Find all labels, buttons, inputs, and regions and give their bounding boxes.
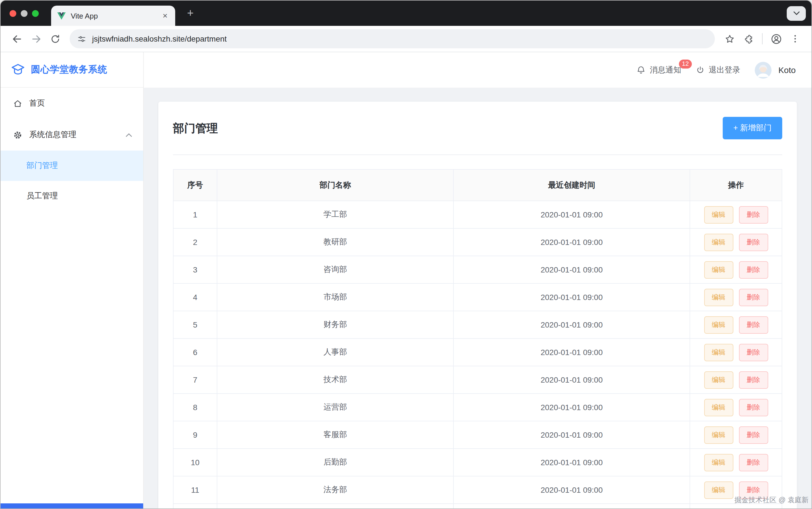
- reload-button[interactable]: [47, 30, 64, 47]
- edit-button[interactable]: 编辑: [704, 289, 733, 306]
- delete-button[interactable]: 删除: [739, 371, 768, 388]
- cell-actions: 编辑删除: [690, 449, 782, 476]
- delete-button[interactable]: 删除: [739, 206, 768, 223]
- table-row: 8运营部2020-01-01 09:00编辑删除: [173, 394, 782, 421]
- cell-name: 运营部: [217, 394, 454, 421]
- back-button[interactable]: [8, 30, 25, 47]
- sidebar-item-label: 系统信息管理: [29, 130, 119, 140]
- notification-badge: 12: [679, 59, 692, 68]
- tab-title: Vite App: [71, 11, 160, 20]
- sidebar-menu: 首页 系统信息管理 部门管理: [1, 88, 143, 211]
- logout-label: 退出登录: [709, 65, 740, 75]
- edit-button[interactable]: 编辑: [704, 233, 733, 251]
- cell-no: 9: [173, 421, 217, 449]
- cell-name: 人事部: [217, 338, 454, 366]
- new-tab-button[interactable]: +: [183, 6, 198, 21]
- edit-button[interactable]: 编辑: [704, 206, 733, 223]
- browser-menu-icon[interactable]: [787, 30, 804, 47]
- cell-name: 法务部: [217, 476, 454, 504]
- cell-time: 2020-01-01 09:00: [454, 201, 690, 228]
- close-window-button[interactable]: [9, 10, 16, 16]
- edit-button[interactable]: 编辑: [704, 481, 733, 499]
- column-header: 操作: [690, 169, 782, 201]
- cell-name: 后勤部: [217, 449, 454, 476]
- page-title: 部门管理: [173, 121, 218, 136]
- delete-button[interactable]: 删除: [739, 454, 768, 471]
- bell-icon: [636, 65, 646, 75]
- table-row: 4市场部2020-01-01 09:00编辑删除: [173, 283, 782, 311]
- table-row: 2教研部2020-01-01 09:00编辑删除: [173, 228, 782, 256]
- minimize-window-button[interactable]: [21, 10, 28, 16]
- cell-time: 2020-01-01 09:00: [454, 421, 690, 449]
- site-info-icon[interactable]: [77, 34, 86, 43]
- app-frame: 圆心学堂教务系统 首页: [1, 52, 811, 508]
- cell-no: 5: [173, 311, 217, 338]
- edit-button[interactable]: 编辑: [704, 371, 733, 388]
- cell-time: [454, 504, 690, 508]
- maximize-window-button[interactable]: [32, 10, 39, 16]
- cell-time: 2020-01-01 09:00: [454, 228, 690, 256]
- browser-tab[interactable]: Vite App ×: [51, 6, 175, 26]
- sidebar-item-employee[interactable]: 员工管理: [1, 181, 143, 211]
- notifications-button[interactable]: 消息通知 12: [636, 65, 681, 75]
- column-header: 部门名称: [217, 169, 454, 201]
- delete-button[interactable]: 删除: [739, 233, 768, 251]
- sidebar-item-system[interactable]: 系统信息管理: [1, 119, 143, 150]
- table-row: 10后勤部2020-01-01 09:00编辑删除: [173, 449, 782, 476]
- table-row: 5财务部2020-01-01 09:00编辑删除: [173, 311, 782, 338]
- edit-button[interactable]: 编辑: [704, 454, 733, 471]
- cell-no: 10: [173, 449, 217, 476]
- sidebar-item-home[interactable]: 首页: [1, 88, 143, 119]
- add-department-button[interactable]: + 新增部门: [723, 117, 782, 139]
- cell-time: 2020-01-01 09:00: [454, 256, 690, 283]
- edit-button[interactable]: 编辑: [704, 261, 733, 278]
- tab-overflow-button[interactable]: [787, 6, 806, 21]
- cell-no: 8: [173, 394, 217, 421]
- cell-no: 11: [173, 476, 217, 504]
- sidebar: 圆心学堂教务系统 首页: [1, 52, 144, 508]
- cell-no: 1: [173, 201, 217, 228]
- table-header-row: 序号部门名称最近创建时间操作: [173, 169, 782, 201]
- browser-toolbar: jsjtswfniadh.sealoshzh.site/department: [1, 26, 811, 52]
- address-bar[interactable]: jsjtswfniadh.sealoshzh.site/department: [70, 29, 715, 48]
- table-body: 1学工部2020-01-01 09:00编辑删除2教研部2020-01-01 0…: [173, 201, 782, 508]
- table-row: 1学工部2020-01-01 09:00编辑删除: [173, 201, 782, 228]
- cell-actions: 编辑删除: [690, 311, 782, 338]
- cell-time: 2020-01-01 09:00: [454, 394, 690, 421]
- bookmark-star-icon[interactable]: [721, 30, 738, 47]
- app-header: 消息通知 12 退出登录: [144, 52, 811, 88]
- tab-close-icon[interactable]: ×: [160, 11, 170, 21]
- notifications-label: 消息通知: [650, 65, 681, 75]
- delete-button[interactable]: 删除: [739, 399, 768, 416]
- edit-button[interactable]: 编辑: [704, 344, 733, 361]
- logout-button[interactable]: 退出登录: [696, 65, 740, 75]
- delete-button[interactable]: 删除: [739, 426, 768, 444]
- browser-window: Vite App × + jsjtswfn: [0, 0, 812, 509]
- table-row: 3咨询部2020-01-01 09:00编辑删除: [173, 256, 782, 283]
- url-text[interactable]: jsjtswfniadh.sealoshzh.site/department: [92, 34, 226, 43]
- table-row-partial: 编辑删除: [173, 504, 782, 508]
- username: Koto: [778, 65, 796, 75]
- extensions-icon[interactable]: [740, 30, 757, 47]
- card-header: 部门管理 + 新增部门: [158, 102, 797, 155]
- brand-logo-icon: [11, 62, 25, 77]
- main-area: 消息通知 12 退出登录: [144, 52, 811, 508]
- delete-button[interactable]: 删除: [739, 289, 768, 306]
- edit-button[interactable]: 编辑: [704, 316, 733, 333]
- cell-no: [173, 504, 217, 508]
- cell-actions: 编辑删除: [690, 228, 782, 256]
- power-icon: [696, 65, 705, 74]
- user-avatar[interactable]: [755, 62, 772, 78]
- delete-button[interactable]: 删除: [739, 316, 768, 333]
- profile-icon[interactable]: [768, 30, 784, 47]
- edit-button[interactable]: 编辑: [704, 426, 733, 444]
- sidebar-item-department[interactable]: 部门管理: [1, 150, 143, 181]
- cell-time: 2020-01-01 09:00: [454, 449, 690, 476]
- edit-button[interactable]: 编辑: [704, 399, 733, 416]
- cell-name: 市场部: [217, 283, 454, 311]
- delete-button[interactable]: 删除: [739, 344, 768, 361]
- delete-button[interactable]: 删除: [739, 261, 768, 278]
- chevron-up-icon: [126, 133, 132, 137]
- forward-button[interactable]: [28, 30, 44, 47]
- table-row: 11法务部2020-01-01 09:00编辑删除: [173, 476, 782, 504]
